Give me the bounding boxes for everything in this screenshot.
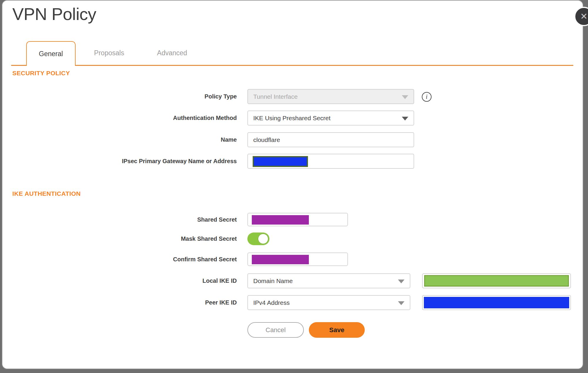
security-policy-heading: SECURITY POLICY (12, 70, 70, 77)
authentication-method-select[interactable]: IKE Using Preshared Secret (247, 111, 414, 126)
confirm-shared-secret-input[interactable] (247, 252, 348, 266)
policy-type-value: Tunnel Interface (253, 93, 298, 100)
tab-proposals-label: Proposals (94, 49, 124, 57)
toggle-knob (258, 233, 269, 244)
close-button[interactable]: ✕ (574, 7, 588, 26)
ipsec-gateway-input[interactable] (247, 154, 414, 169)
shared-secret-label: Shared Secret (2, 213, 237, 226)
policy-type-select: Tunnel Interface (247, 89, 414, 104)
authentication-method-value: IKE Using Preshared Secret (253, 115, 331, 122)
peer-ike-id-type-select[interactable]: IPv4 Address (247, 295, 410, 310)
name-input[interactable]: cloudflare (247, 132, 414, 147)
ike-authentication-heading: IKE AUTHENTICATION (12, 190, 81, 197)
tab-advanced-label: Advanced (157, 49, 187, 57)
confirm-shared-secret-redaction (252, 255, 309, 264)
cancel-button[interactable]: Cancel (247, 322, 304, 338)
save-button-label: Save (329, 326, 344, 334)
tab-bar: General Proposals Advanced (11, 41, 573, 66)
chevron-down-icon (402, 95, 408, 99)
chevron-down-icon (402, 117, 408, 121)
mask-shared-secret-label: Mask Shared Secret (2, 233, 237, 245)
tab-advanced[interactable]: Advanced (150, 41, 194, 65)
cancel-button-label: Cancel (266, 326, 286, 334)
save-button[interactable]: Save (309, 322, 365, 338)
local-ike-id-type-select[interactable]: Domain Name (247, 273, 410, 288)
mask-shared-secret-toggle[interactable] (247, 233, 269, 245)
local-ike-id-type-value: Domain Name (253, 277, 293, 285)
local-ike-id-label: Local IKE ID (2, 273, 237, 288)
tab-proposals[interactable]: Proposals (87, 41, 131, 65)
ipsec-gateway-redaction (253, 156, 308, 167)
confirm-shared-secret-label: Confirm Shared Secret (2, 252, 237, 266)
authentication-method-label: Authentication Method (2, 111, 237, 126)
tab-general[interactable]: General (26, 41, 76, 66)
peer-ike-id-label: Peer IKE ID (2, 295, 237, 310)
page-title: VPN Policy (12, 4, 96, 24)
local-ike-id-input[interactable] (422, 273, 571, 288)
info-icon[interactable]: i (422, 92, 432, 102)
tab-general-label: General (39, 50, 63, 58)
shared-secret-redaction (252, 215, 309, 225)
chevron-down-icon (398, 301, 404, 305)
vpn-policy-dialog: VPN Policy ✕ General Proposals Advanced … (2, 0, 583, 369)
peer-ike-id-type-value: IPv4 Address (253, 299, 290, 306)
peer-ike-id-input[interactable] (422, 295, 571, 310)
shared-secret-input[interactable] (247, 213, 348, 226)
ipsec-gateway-label: IPsec Primary Gateway Name or Address (2, 154, 237, 169)
close-icon: ✕ (580, 12, 587, 21)
name-value: cloudflare (253, 136, 280, 143)
policy-type-label: Policy Type (2, 89, 237, 104)
info-icon-glyph: i (426, 93, 428, 101)
chevron-down-icon (398, 280, 404, 283)
peer-ike-id-redaction (424, 297, 569, 308)
name-label: Name (2, 132, 237, 147)
local-ike-id-redaction (424, 275, 569, 287)
